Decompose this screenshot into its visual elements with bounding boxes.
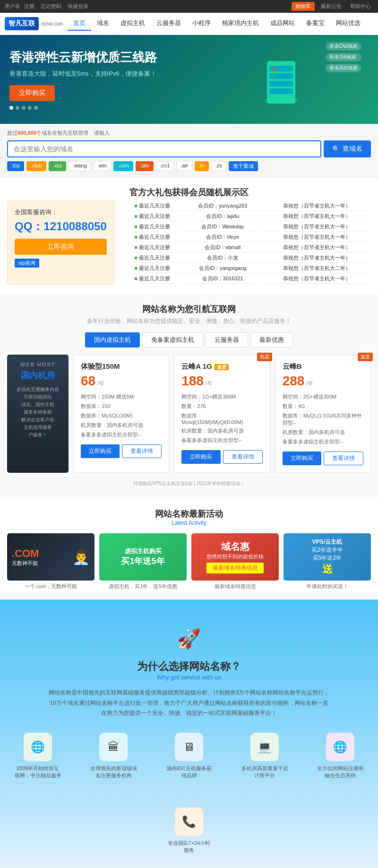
consult-button[interactable]: 立即咨询	[15, 239, 107, 255]
sidebar-desc: 多线程互通服务内容不限功能的站域名、国外主机服务多种多样解决企业客户在主机使用服…	[12, 386, 64, 439]
top-bar: 用户名 注册 忘记密码 快捷登录 购物车 最新公告 帮助中心	[0, 0, 378, 13]
banner-com[interactable]: .COM 无数神不能 👨‍💼 一个.com，无数种可能	[7, 533, 94, 590]
svg-rect-4	[269, 88, 293, 94]
nav-home[interactable]: 首页	[68, 17, 91, 31]
lottery-cell-prize: 恭祝您（百节省主机大一年）	[263, 253, 370, 263]
tag-club[interactable]: .club	[26, 161, 46, 171]
nav-cloud[interactable]: 云服务器	[151, 17, 187, 31]
nav-miniapp[interactable]: 小程序	[187, 17, 216, 31]
domain-tags: .top .club .xyz .wang .win .com .sitv .c…	[7, 161, 371, 171]
lottery-grid: 全国客服咨询： QQ：1210088050 立即咨询 vip咨询 ■ 最近几天注…	[7, 200, 371, 285]
spec-item: 机房数量：国内多机房可选	[81, 421, 162, 430]
card-buttons: 立即购买 查看详情	[283, 451, 363, 465]
nav-hosting[interactable]: 虚拟主机	[115, 17, 151, 31]
nav-website[interactable]: 成品网站	[265, 17, 301, 31]
lottery-cell-time: ■ 最近几天注册	[122, 243, 182, 252]
tab-domestic[interactable]: 国内虚拟主机	[85, 332, 140, 347]
lottery-cell-time: ■ 最近几天注册	[122, 233, 182, 242]
nav-exclusive[interactable]: 独家境内主机	[216, 17, 265, 31]
card-name: 云峰A 1G速度	[181, 362, 262, 371]
tag-more[interactable]: 查干量域	[229, 161, 258, 171]
banner-hosting-text: 虚拟主机购买 买1年送5年	[121, 547, 164, 567]
lottery-cell-id: 会员ID：Weekday	[183, 222, 262, 232]
lottery-row: ■ 最近几天注册 会员ID：lajidu 恭祝您（百节省主机大一年）	[122, 212, 370, 221]
hero-content: 香港弹性云新增优质三线路 香港直连大陆，延时低至5ms，支持IPv6，便捷备案！…	[9, 49, 198, 110]
tag-xyz[interactable]: .xyz	[49, 161, 67, 171]
nav-beian[interactable]: 备案宝	[301, 17, 330, 31]
product-tabs: 国内虚拟主机 免备案虚拟主机 云服务器 最新优惠	[7, 332, 371, 347]
feature-icon: 🏛	[99, 733, 128, 761]
tag-top[interactable]: .top	[7, 161, 24, 171]
buy-button[interactable]: 立即购买	[181, 450, 220, 464]
webhost-label: WEB HOST	[12, 362, 64, 367]
detail-button[interactable]: 查看详情	[122, 444, 162, 458]
lottery-cell-id: 会员ID：小龙	[183, 253, 262, 263]
domain-search-button[interactable]: 🔍 查域名	[324, 140, 371, 157]
tag-wang[interactable]: .wang	[69, 161, 91, 171]
spec-item: 数量：276	[181, 402, 262, 411]
feature-0: 🌐 2009年开始经营互联网，专注精品服务	[14, 733, 61, 779]
cloud-label-3: 香港高防线路	[326, 64, 361, 72]
lottery-cell-id: 会员ID：yunyang263	[183, 201, 262, 211]
search-row: 🔍 查域名	[7, 140, 371, 157]
lottery-cell-prize: 恭祝您（百节省主机大一年）	[263, 222, 370, 232]
tag-win[interactable]: .win	[94, 161, 112, 171]
spec-item: 备案多多虚拟主机全部型--	[283, 437, 363, 447]
nav-best[interactable]: 网站优选	[330, 17, 366, 31]
svg-rect-7	[265, 99, 298, 103]
card-unit: /年	[205, 380, 212, 387]
tag-cn1[interactable]: .cn1	[156, 161, 174, 171]
tab-nobeian[interactable]: 免备案虚拟主机	[142, 332, 203, 347]
lottery-cell-time: ■ 最近几天注册	[122, 274, 182, 284]
lottery-row: ■ 最近几天注册 会员ID：yangxigang 恭祝您（百节省主机大二年）	[122, 264, 370, 273]
lottery-cell-time: ■ 最近几天注册	[122, 212, 182, 221]
domain-search-section: 超过500,000个域名在智凡互联管理 请输入 🔍 查域名 .top .club…	[0, 124, 378, 177]
feature-label: 全球领先的新顶级域名注册服务机构	[90, 765, 137, 779]
tab-special[interactable]: 最新优惠	[250, 332, 293, 347]
vip-badge: vip咨询	[15, 259, 39, 268]
domain-subtitle: 超过500,000个域名在智凡互联管理 请输入	[7, 130, 371, 137]
lottery-cell-id: 会员ID：vbmall	[183, 243, 262, 252]
tag-air[interactable]: .air	[176, 161, 192, 171]
notice-link[interactable]: 最新公告	[321, 3, 342, 10]
tag-com[interactable]: .com	[113, 161, 133, 171]
tag-zs[interactable]: .zs	[211, 161, 226, 171]
qq-label: 全国客服咨询：	[15, 208, 107, 217]
product-content: WEB HOST 国内机房 多线程互通服务内容不限功能的站域名、国外主机服务多种…	[7, 355, 371, 473]
forgot-link[interactable]: 忘记密码	[41, 3, 61, 9]
cart-button[interactable]: 购物车	[292, 2, 315, 11]
cloud-labels: 香港CN2线路 香港156线路 香港高防线路	[326, 42, 361, 72]
tag-sitv[interactable]: .sitv	[136, 161, 154, 171]
register-link[interactable]: 注册	[24, 3, 34, 9]
hero-cta-button[interactable]: 立即购买	[9, 85, 55, 101]
banner-hosting-inner: 虚拟主机购买 买1年送5年	[99, 533, 187, 581]
banner-vps-text: VPS/云主机 买2年送半年 买5年送2年 送	[311, 538, 343, 576]
banner-domain[interactable]: 域名惠 您绝对想不到的超低价格 最新域名特惠信息 最新域名特惠信息	[191, 533, 279, 590]
banner-com-text: .COM 无数神不能	[12, 547, 72, 567]
lottery-cell-prize: 恭祝您（百节省主机大一年）	[263, 212, 370, 221]
tag-fn[interactable]: .fn	[195, 161, 209, 171]
help-link[interactable]: 帮助中心	[350, 3, 371, 10]
top-bar-left: 用户名 注册 忘记密码 快捷登录	[5, 3, 91, 10]
buy-button[interactable]: 立即购买	[81, 444, 120, 458]
domain-search-input[interactable]	[7, 140, 321, 157]
banner-vps[interactable]: VPS/云主机 买2年送半年 买5年送2年 送 申请此时的买送！	[284, 533, 371, 590]
activity-title: 网站名称最新活动	[7, 508, 371, 520]
lottery-cell-prize: 恭祝您（百节省主机大二年）	[263, 264, 370, 273]
nav-domain[interactable]: 域名	[91, 17, 115, 31]
why-title: 为什么选择网站名称？	[9, 660, 369, 674]
dot-5	[34, 106, 38, 110]
banner-domain-cta: 最新域名特惠信息	[206, 563, 264, 573]
product-card-0: 体验型150M 68 /年 网空间：150M 赠送5M数据库：150数据库：My…	[73, 355, 169, 473]
lottery-row: ■ 最近几天注册 会员ID：yunyang263 恭祝您（百节省主机大一年）	[122, 201, 370, 211]
card-unit: /年	[306, 380, 313, 387]
lottery-cell-id: 会员ID：3016321	[183, 274, 262, 284]
banner-hosting[interactable]: 虚拟主机购买 买1年送5年 虚拟主机，买1年，送5年优惠	[99, 533, 187, 590]
svg-point-6	[273, 75, 275, 78]
buy-button[interactable]: 立即购买	[283, 451, 321, 465]
detail-button[interactable]: 查看详情	[324, 451, 363, 465]
tab-cloud[interactable]: 云服务器	[206, 332, 248, 347]
quicklogin-link[interactable]: 快捷登录	[68, 3, 88, 9]
lottery-cell-id: 会员ID：yangxigang	[183, 264, 262, 273]
detail-button[interactable]: 查看详情	[223, 450, 263, 464]
